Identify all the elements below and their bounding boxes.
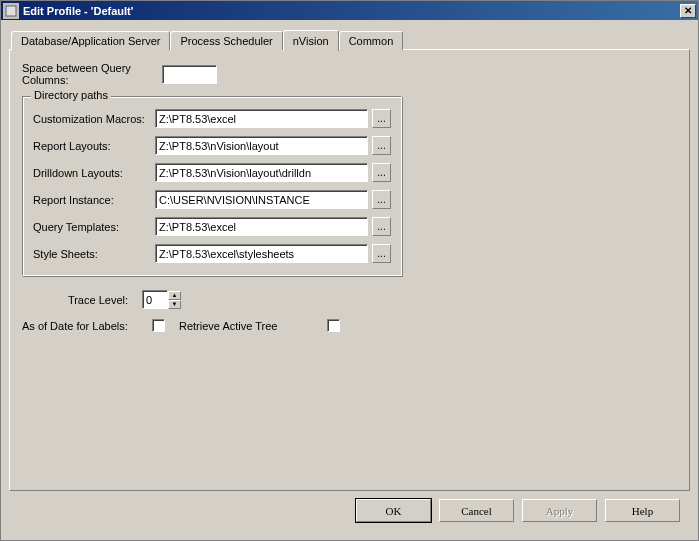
querytpl-label: Query Templates: — [33, 221, 155, 233]
styles-label: Style Sheets: — [33, 248, 155, 260]
drilldn-input[interactable] — [155, 163, 368, 182]
close-button[interactable]: ✕ — [680, 4, 696, 18]
layouts-row: Report Layouts: ... — [33, 136, 391, 155]
drilldn-browse-button[interactable]: ... — [372, 163, 391, 182]
asofdate-label: As of Date for Labels: — [22, 320, 136, 332]
macros-label: Customization Macros: — [33, 113, 155, 125]
tabstrip: Database/Application Server Process Sche… — [11, 28, 690, 49]
instance-label: Report Instance: — [33, 194, 155, 206]
tab-database[interactable]: Database/Application Server — [11, 31, 170, 50]
app-icon — [3, 3, 19, 19]
directory-paths-legend: Directory paths — [31, 89, 111, 101]
tab-process-scheduler[interactable]: Process Scheduler — [170, 31, 282, 50]
drilldn-label: Drilldown Layouts: — [33, 167, 155, 179]
nvision-panel: Space between Query Columns: Directory p… — [9, 49, 690, 491]
macros-input[interactable] — [155, 109, 368, 128]
apply-button[interactable]: Apply — [522, 499, 597, 522]
space-between-cols-input[interactable] — [162, 65, 217, 84]
tab-nvision[interactable]: nVision — [283, 30, 339, 51]
layouts-label: Report Layouts: — [33, 140, 155, 152]
trace-up-button[interactable]: ▲ — [168, 291, 181, 300]
layouts-input[interactable] — [155, 136, 368, 155]
cancel-button[interactable]: Cancel — [439, 499, 514, 522]
querytpl-row: Query Templates: ... — [33, 217, 391, 236]
asofdate-checkbox[interactable] — [152, 319, 165, 332]
titlebar: Edit Profile - 'Default' ✕ — [1, 1, 698, 20]
querytpl-input[interactable] — [155, 217, 368, 236]
asof-row: As of Date for Labels: Retrieve Active T… — [22, 319, 677, 332]
styles-input[interactable] — [155, 244, 368, 263]
tab-common[interactable]: Common — [339, 31, 404, 50]
client-area: Database/Application Server Process Sche… — [1, 20, 698, 540]
querytpl-browse-button[interactable]: ... — [372, 217, 391, 236]
trace-row: Trace Level: ▲ ▼ — [22, 290, 677, 309]
styles-row: Style Sheets: ... — [33, 244, 391, 263]
layouts-browse-button[interactable]: ... — [372, 136, 391, 155]
svg-rect-0 — [6, 6, 16, 16]
directory-paths-group: Directory paths Customization Macros: ..… — [22, 96, 402, 276]
space-row: Space between Query Columns: — [22, 62, 677, 86]
trace-down-button[interactable]: ▼ — [168, 300, 181, 309]
trace-spinner: ▲ ▼ — [142, 290, 181, 309]
trace-label: Trace Level: — [22, 294, 142, 306]
instance-browse-button[interactable]: ... — [372, 190, 391, 209]
ok-button[interactable]: OK — [356, 499, 431, 522]
macros-browse-button[interactable]: ... — [372, 109, 391, 128]
macros-row: Customization Macros: ... — [33, 109, 391, 128]
help-button[interactable]: Help — [605, 499, 680, 522]
window-title: Edit Profile - 'Default' — [23, 5, 680, 17]
instance-row: Report Instance: ... — [33, 190, 391, 209]
space-label: Space between Query Columns: — [22, 62, 162, 86]
edit-profile-window: Edit Profile - 'Default' ✕ Database/Appl… — [0, 0, 699, 541]
instance-input[interactable] — [155, 190, 368, 209]
retrieve-active-tree-label: Retrieve Active Tree — [179, 320, 277, 332]
retrieve-active-tree-checkbox[interactable] — [327, 319, 340, 332]
drilldn-row: Drilldown Layouts: ... — [33, 163, 391, 182]
dialog-buttons: OK Cancel Apply Help — [9, 491, 690, 532]
trace-input[interactable] — [142, 290, 168, 309]
styles-browse-button[interactable]: ... — [372, 244, 391, 263]
